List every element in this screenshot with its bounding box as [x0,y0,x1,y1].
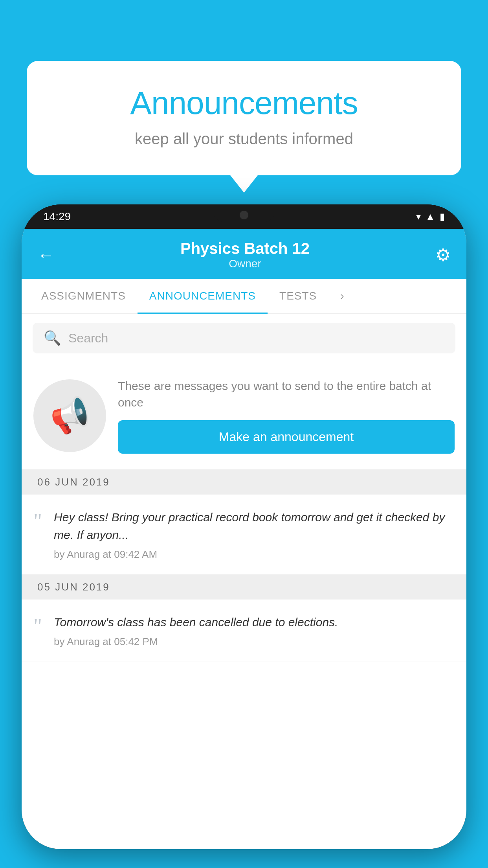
make-announcement-button[interactable]: Make an announcement [118,420,455,454]
promo-description: These are messages you want to send to t… [118,378,455,411]
announcement-content-2: Tomorrow's class has been cancelled due … [54,613,455,648]
phone-screen: ← Physics Batch 12 Owner ⚙ ASSIGNMENTS A… [22,229,466,849]
promo-right: These are messages you want to send to t… [118,378,455,454]
status-bar: 14:29 ▾ ▲ ▮ [22,204,466,229]
announcement-meta-2: by Anurag at 05:42 PM [54,636,455,648]
phone-notch [213,204,275,222]
tab-announcements[interactable]: ANNOUNCEMENTS [138,279,268,313]
speech-bubble-section: Announcements keep all your students inf… [27,61,461,175]
quote-icon-2: " [33,615,42,636]
signal-icon: ▲ [426,211,435,222]
batch-role: Owner [180,257,310,270]
announcement-content-1: Hey class! Bring your practical record b… [54,508,455,561]
status-icons: ▾ ▲ ▮ [416,211,445,222]
batch-title: Physics Batch 12 [180,240,310,257]
camera-dot [240,211,248,219]
quote-icon-1: " [33,510,42,531]
announcement-meta-1: by Anurag at 09:42 AM [54,548,455,561]
search-input[interactable]: Search [68,331,108,346]
phone-frame: 14:29 ▾ ▲ ▮ ← Physics Batch 12 Owner ⚙ A… [22,204,466,849]
megaphone-icon: 📢 [46,393,94,439]
wifi-icon: ▾ [416,211,421,222]
search-icon: 🔍 [44,330,61,346]
bubble-title: Announcements [58,85,430,121]
bubble-subtitle: keep all your students informed [58,130,430,148]
announcement-text-1: Hey class! Bring your practical record b… [54,508,455,544]
tabs-bar: ASSIGNMENTS ANNOUNCEMENTS TESTS › [22,279,466,314]
announcement-item-2[interactable]: " Tomorrow's class has been cancelled du… [22,600,466,662]
app-header: ← Physics Batch 12 Owner ⚙ [22,229,466,279]
tab-tests[interactable]: TESTS [268,279,328,313]
date-separator-2: 05 JUN 2019 [22,575,466,600]
speech-bubble: Announcements keep all your students inf… [27,61,461,175]
tab-more[interactable]: › [328,279,356,313]
date-separator-1: 06 JUN 2019 [22,470,466,495]
search-bar[interactable]: 🔍 Search [33,323,455,353]
tab-assignments[interactable]: ASSIGNMENTS [29,279,138,313]
status-time: 14:29 [43,210,71,223]
settings-button[interactable]: ⚙ [435,245,451,265]
announcement-text-2: Tomorrow's class has been cancelled due … [54,613,455,631]
promo-section: 📢 These are messages you want to send to… [22,362,466,470]
announcement-item-1[interactable]: " Hey class! Bring your practical record… [22,495,466,575]
battery-icon: ▮ [440,211,445,222]
promo-icon-circle: 📢 [33,379,106,452]
search-container: 🔍 Search [22,314,466,362]
back-button[interactable]: ← [37,245,55,265]
header-center: Physics Batch 12 Owner [180,240,310,270]
